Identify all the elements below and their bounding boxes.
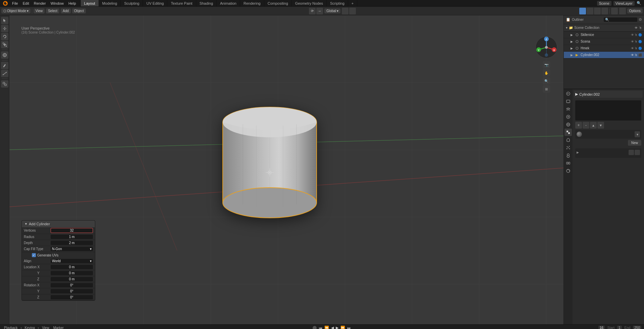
- outliner-search-input[interactable]: [604, 17, 637, 22]
- add-material-slot-btn[interactable]: +: [575, 122, 582, 129]
- overlay-btn[interactable]: [611, 8, 618, 14]
- add-menu-btn[interactable]: Add: [61, 8, 71, 13]
- tab-scripting[interactable]: Scripting: [327, 0, 348, 6]
- jump-start-btn[interactable]: ⏮: [319, 326, 322, 329]
- wire-shading-btn[interactable]: [601, 8, 608, 14]
- grid-icon[interactable]: ⊞: [543, 85, 550, 93]
- step-forward-btn[interactable]: ⏩: [340, 326, 345, 329]
- hand-icon[interactable]: ✋: [543, 69, 550, 77]
- rotate-tool[interactable]: [1, 33, 8, 40]
- annotate-tool[interactable]: [1, 62, 8, 69]
- depth-value[interactable]: 2 m: [51, 241, 93, 245]
- material-slot-up-btn[interactable]: ▲: [590, 122, 597, 129]
- end-frame[interactable]: 250: [633, 326, 641, 329]
- menu-file[interactable]: File: [10, 1, 20, 6]
- solid-shading-btn[interactable]: [579, 8, 586, 14]
- select-menu-btn[interactable]: Select: [46, 8, 59, 13]
- rotation-y-value[interactable]: 0°: [51, 289, 93, 293]
- transform-space[interactable]: Global ▾: [324, 8, 340, 13]
- snap-btn[interactable]: [342, 8, 348, 14]
- camera-icon[interactable]: 📷: [543, 61, 550, 68]
- scene-name[interactable]: Scene: [597, 1, 611, 6]
- blender-logo[interactable]: [3, 1, 8, 6]
- object-props-icon[interactable]: [565, 129, 572, 136]
- material-browse-btn[interactable]: ▾: [635, 131, 640, 137]
- align-select[interactable]: World ▾: [51, 259, 93, 263]
- record-btn[interactable]: [313, 326, 317, 329]
- play-reverse-btn[interactable]: ◀: [331, 326, 334, 329]
- outliner-item-skllenice[interactable]: ▶ ⬡ Skllenice 👁 🖱 🔵: [564, 32, 644, 38]
- output-props-icon[interactable]: [565, 98, 572, 105]
- step-back-btn[interactable]: ⏪: [324, 326, 329, 329]
- jump-end-btn[interactable]: ⏭: [347, 326, 351, 329]
- tab-add[interactable]: +: [348, 0, 357, 6]
- marker-menu-btn[interactable]: Marker: [52, 326, 65, 329]
- viewport-3d[interactable]: User Perspective (16) Scene Collection |…: [9, 15, 564, 324]
- rotation-x-value[interactable]: 0°: [51, 283, 93, 287]
- tab-modeling[interactable]: Modeling: [99, 0, 121, 6]
- mode-selector[interactable]: ⬡ Object Mode ▾: [1, 8, 31, 13]
- radius-value[interactable]: 1 m: [51, 235, 93, 239]
- render-shading-btn[interactable]: [594, 8, 601, 14]
- transform-btn1[interactable]: ⟳: [309, 8, 316, 14]
- search-icon[interactable]: 🔍: [637, 1, 641, 5]
- tab-layout[interactable]: Layout: [81, 0, 99, 6]
- cap-fill-select[interactable]: N-Gon ▾: [51, 247, 93, 251]
- scale-tool[interactable]: [1, 41, 8, 48]
- tab-uv-editing[interactable]: UV Editing: [143, 0, 167, 6]
- material-props-icon[interactable]: [565, 167, 572, 175]
- tab-compositing[interactable]: Compositing: [264, 0, 292, 6]
- move-tool[interactable]: [1, 25, 8, 32]
- filter-icon[interactable]: ⚙: [639, 17, 642, 22]
- physics-icon[interactable]: [565, 152, 572, 159]
- tab-shading[interactable]: Shading: [196, 0, 217, 6]
- tab-animation[interactable]: Animation: [217, 0, 240, 6]
- vertices-value[interactable]: 32: [51, 228, 93, 233]
- scene-collection-label[interactable]: Scene Collection: [574, 26, 633, 30]
- material-slot-down-btn[interactable]: ▼: [597, 122, 604, 129]
- menu-render[interactable]: Render: [32, 1, 48, 6]
- cursor-tool[interactable]: [1, 17, 8, 24]
- zoom-icon[interactable]: 🔍: [543, 77, 550, 85]
- outliner-item-scena[interactable]: ▶ ⬡ Scena 👁 🖱 🔵: [564, 38, 644, 45]
- transform-tool[interactable]: [1, 51, 8, 59]
- transform-btn2[interactable]: ↔: [316, 8, 323, 14]
- menu-help[interactable]: Help: [66, 1, 78, 6]
- obj-name[interactable]: Cylinder.002: [579, 92, 600, 96]
- playback-menu-btn[interactable]: Playback: [3, 326, 19, 329]
- options-btn[interactable]: Options: [627, 8, 643, 13]
- tab-texture-paint[interactable]: Texture Paint: [167, 0, 196, 6]
- add-primitive-tool[interactable]: [1, 80, 8, 88]
- rotation-z-value[interactable]: 0°: [51, 295, 93, 299]
- tab-geometry-nodes[interactable]: Geometry Nodes: [292, 0, 327, 6]
- location-y-value[interactable]: 0 m: [51, 271, 93, 275]
- tab-rendering[interactable]: Rendering: [240, 0, 264, 6]
- world-props-icon[interactable]: [565, 121, 572, 128]
- material-name-field[interactable]: [583, 131, 633, 137]
- modifier-props-icon[interactable]: [565, 136, 572, 144]
- constraints-icon[interactable]: [565, 159, 572, 167]
- generate-uvs-checkbox[interactable]: ✓: [32, 253, 36, 257]
- keying-menu-btn[interactable]: Keying: [23, 326, 37, 329]
- tab-sculpting[interactable]: Sculpting: [121, 0, 143, 6]
- viewlayer-name[interactable]: ViewLayer: [613, 1, 635, 6]
- play-forward-btn[interactable]: ▶: [336, 326, 338, 329]
- menu-edit[interactable]: Edit: [21, 1, 31, 6]
- start-frame[interactable]: 1: [617, 326, 622, 329]
- measure-tool[interactable]: [1, 70, 8, 77]
- new-material-btn[interactable]: New: [628, 140, 641, 146]
- outliner-item-cylinder[interactable]: ▶ ▶ Cylinder.002 👁 🖱 ⬛: [564, 52, 644, 58]
- view-layer-icon[interactable]: [565, 105, 572, 113]
- render-props-icon[interactable]: [565, 90, 572, 97]
- view-menu-timeline-btn[interactable]: View: [41, 326, 51, 329]
- material-shading-btn[interactable]: [587, 8, 593, 14]
- outliner-item-hmek[interactable]: ▶ ⬡ Hmek 👁 🖱 🔵: [564, 45, 644, 52]
- add-cylinder-header[interactable]: ▼ Add Cylinder: [22, 221, 95, 227]
- object-menu-btn[interactable]: Object: [72, 8, 86, 13]
- xray-btn[interactable]: [619, 8, 626, 14]
- location-x-value[interactable]: 0 m: [51, 265, 93, 269]
- menu-window[interactable]: Window: [49, 1, 66, 6]
- scene-props-icon[interactable]: [565, 113, 572, 121]
- view-menu-btn[interactable]: View: [34, 8, 45, 13]
- preview-btn2[interactable]: [635, 150, 640, 155]
